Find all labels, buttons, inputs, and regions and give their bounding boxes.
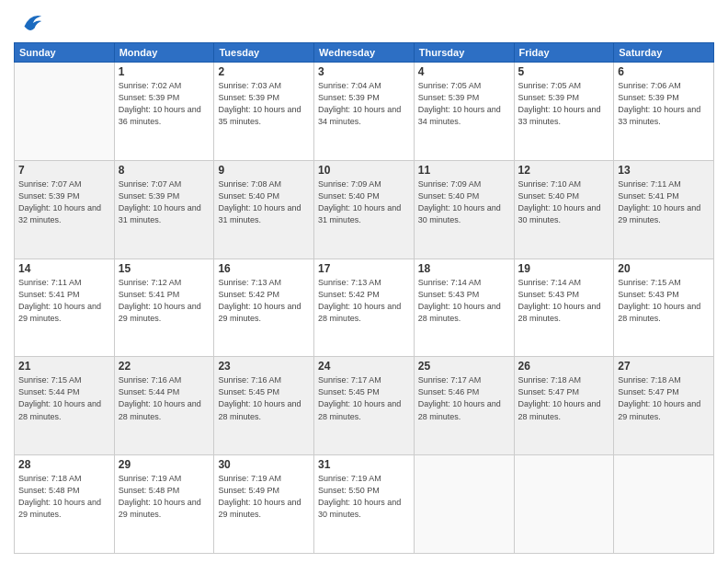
calendar-day-cell: 2Sunrise: 7:03 AMSunset: 5:39 PMDaylight… [214, 63, 314, 161]
day-number: 11 [418, 164, 510, 177]
day-number: 17 [318, 262, 410, 275]
calendar-day-cell: 3Sunrise: 7:04 AMSunset: 5:39 PMDaylight… [314, 63, 415, 161]
logo [14, 9, 43, 35]
calendar-day-cell [514, 455, 614, 554]
calendar-day-cell: 25Sunrise: 7:17 AMSunset: 5:46 PMDayligh… [414, 357, 514, 455]
day-info: Sunrise: 7:18 AMSunset: 5:48 PMDaylight:… [18, 473, 110, 521]
calendar-day-cell: 26Sunrise: 7:18 AMSunset: 5:47 PMDayligh… [514, 357, 614, 455]
day-number: 6 [618, 65, 710, 78]
calendar-header-monday: Monday [114, 43, 214, 63]
calendar-day-cell: 21Sunrise: 7:15 AMSunset: 5:44 PMDayligh… [15, 357, 115, 455]
calendar-day-cell: 5Sunrise: 7:05 AMSunset: 5:39 PMDaylight… [514, 63, 614, 161]
calendar-day-cell: 22Sunrise: 7:16 AMSunset: 5:44 PMDayligh… [114, 357, 214, 455]
day-number: 19 [518, 262, 610, 275]
day-number: 18 [418, 262, 510, 275]
day-number: 9 [218, 164, 310, 177]
calendar-week-row: 14Sunrise: 7:11 AMSunset: 5:41 PMDayligh… [15, 259, 714, 357]
calendar-day-cell [15, 63, 115, 161]
calendar-day-cell: 31Sunrise: 7:19 AMSunset: 5:50 PMDayligh… [314, 455, 415, 554]
calendar-day-cell: 28Sunrise: 7:18 AMSunset: 5:48 PMDayligh… [15, 455, 115, 554]
day-info: Sunrise: 7:14 AMSunset: 5:43 PMDaylight:… [418, 277, 510, 325]
calendar-table: SundayMondayTuesdayWednesdayThursdayFrid… [14, 42, 714, 554]
day-info: Sunrise: 7:10 AMSunset: 5:40 PMDaylight:… [518, 178, 610, 226]
calendar-week-row: 1Sunrise: 7:02 AMSunset: 5:39 PMDaylight… [15, 63, 714, 161]
calendar-day-cell: 19Sunrise: 7:14 AMSunset: 5:43 PMDayligh… [514, 259, 614, 357]
day-number: 3 [318, 65, 410, 78]
calendar-day-cell: 7Sunrise: 7:07 AMSunset: 5:39 PMDaylight… [15, 160, 115, 259]
calendar-day-cell: 30Sunrise: 7:19 AMSunset: 5:49 PMDayligh… [214, 455, 314, 554]
day-info: Sunrise: 7:05 AMSunset: 5:39 PMDaylight:… [418, 80, 510, 128]
day-number: 23 [218, 360, 310, 373]
day-number: 8 [119, 164, 210, 177]
calendar-day-cell [614, 455, 714, 554]
day-info: Sunrise: 7:17 AMSunset: 5:45 PMDaylight:… [318, 374, 410, 422]
calendar-day-cell [414, 455, 514, 554]
day-info: Sunrise: 7:02 AMSunset: 5:39 PMDaylight:… [119, 80, 210, 128]
day-number: 15 [119, 262, 210, 275]
day-info: Sunrise: 7:06 AMSunset: 5:39 PMDaylight:… [618, 80, 710, 128]
day-info: Sunrise: 7:09 AMSunset: 5:40 PMDaylight:… [318, 178, 410, 226]
calendar-day-cell: 16Sunrise: 7:13 AMSunset: 5:42 PMDayligh… [214, 259, 314, 357]
calendar-day-cell: 11Sunrise: 7:09 AMSunset: 5:40 PMDayligh… [414, 160, 514, 259]
calendar-day-cell: 24Sunrise: 7:17 AMSunset: 5:45 PMDayligh… [314, 357, 415, 455]
day-number: 2 [218, 65, 310, 78]
calendar-day-cell: 29Sunrise: 7:19 AMSunset: 5:48 PMDayligh… [114, 455, 214, 554]
day-info: Sunrise: 7:12 AMSunset: 5:41 PMDaylight:… [119, 277, 210, 325]
day-info: Sunrise: 7:08 AMSunset: 5:40 PMDaylight:… [218, 178, 310, 226]
day-number: 14 [18, 262, 110, 275]
day-number: 21 [18, 360, 110, 373]
day-info: Sunrise: 7:19 AMSunset: 5:48 PMDaylight:… [119, 473, 210, 521]
day-number: 10 [318, 164, 410, 177]
calendar-day-cell: 12Sunrise: 7:10 AMSunset: 5:40 PMDayligh… [514, 160, 614, 259]
day-info: Sunrise: 7:11 AMSunset: 5:41 PMDaylight:… [618, 178, 710, 226]
day-info: Sunrise: 7:03 AMSunset: 5:39 PMDaylight:… [218, 80, 310, 128]
calendar-day-cell: 1Sunrise: 7:02 AMSunset: 5:39 PMDaylight… [114, 63, 214, 161]
day-number: 30 [218, 458, 310, 471]
day-number: 16 [218, 262, 310, 275]
calendar-day-cell: 27Sunrise: 7:18 AMSunset: 5:47 PMDayligh… [614, 357, 714, 455]
day-info: Sunrise: 7:15 AMSunset: 5:44 PMDaylight:… [18, 374, 110, 422]
day-number: 31 [318, 458, 410, 471]
day-info: Sunrise: 7:19 AMSunset: 5:50 PMDaylight:… [318, 473, 410, 521]
header [14, 9, 714, 35]
calendar-day-cell: 14Sunrise: 7:11 AMSunset: 5:41 PMDayligh… [15, 259, 115, 357]
day-number: 7 [18, 164, 110, 177]
day-info: Sunrise: 7:05 AMSunset: 5:39 PMDaylight:… [518, 80, 610, 128]
day-number: 29 [119, 458, 210, 471]
calendar-day-cell: 8Sunrise: 7:07 AMSunset: 5:39 PMDaylight… [114, 160, 214, 259]
day-info: Sunrise: 7:14 AMSunset: 5:43 PMDaylight:… [518, 277, 610, 325]
day-info: Sunrise: 7:09 AMSunset: 5:40 PMDaylight:… [418, 178, 510, 226]
calendar-header-wednesday: Wednesday [314, 43, 415, 63]
day-number: 27 [618, 360, 710, 373]
calendar-week-row: 7Sunrise: 7:07 AMSunset: 5:39 PMDaylight… [15, 160, 714, 259]
day-number: 26 [518, 360, 610, 373]
calendar-day-cell: 4Sunrise: 7:05 AMSunset: 5:39 PMDaylight… [414, 63, 514, 161]
calendar-day-cell: 13Sunrise: 7:11 AMSunset: 5:41 PMDayligh… [614, 160, 714, 259]
day-info: Sunrise: 7:18 AMSunset: 5:47 PMDaylight:… [518, 374, 610, 422]
day-info: Sunrise: 7:16 AMSunset: 5:44 PMDaylight:… [119, 374, 210, 422]
calendar-header-row: SundayMondayTuesdayWednesdayThursdayFrid… [15, 43, 714, 63]
day-info: Sunrise: 7:07 AMSunset: 5:39 PMDaylight:… [18, 178, 110, 226]
day-number: 4 [418, 65, 510, 78]
day-info: Sunrise: 7:18 AMSunset: 5:47 PMDaylight:… [618, 374, 710, 422]
calendar-day-cell: 9Sunrise: 7:08 AMSunset: 5:40 PMDaylight… [214, 160, 314, 259]
calendar-day-cell: 18Sunrise: 7:14 AMSunset: 5:43 PMDayligh… [414, 259, 514, 357]
page: SundayMondayTuesdayWednesdayThursdayFrid… [0, 0, 728, 563]
day-info: Sunrise: 7:13 AMSunset: 5:42 PMDaylight:… [318, 277, 410, 325]
day-number: 12 [518, 164, 610, 177]
day-number: 20 [618, 262, 710, 275]
day-number: 24 [318, 360, 410, 373]
day-info: Sunrise: 7:15 AMSunset: 5:43 PMDaylight:… [618, 277, 710, 325]
day-number: 13 [618, 164, 710, 177]
calendar-day-cell: 17Sunrise: 7:13 AMSunset: 5:42 PMDayligh… [314, 259, 415, 357]
day-number: 25 [418, 360, 510, 373]
calendar-week-row: 21Sunrise: 7:15 AMSunset: 5:44 PMDayligh… [15, 357, 714, 455]
calendar-header-thursday: Thursday [414, 43, 514, 63]
calendar-day-cell: 20Sunrise: 7:15 AMSunset: 5:43 PMDayligh… [614, 259, 714, 357]
day-info: Sunrise: 7:13 AMSunset: 5:42 PMDaylight:… [218, 277, 310, 325]
calendar-header-friday: Friday [514, 43, 614, 63]
calendar-header-tuesday: Tuesday [214, 43, 314, 63]
day-info: Sunrise: 7:19 AMSunset: 5:49 PMDaylight:… [218, 473, 310, 521]
day-number: 1 [119, 65, 210, 78]
day-info: Sunrise: 7:04 AMSunset: 5:39 PMDaylight:… [318, 80, 410, 128]
